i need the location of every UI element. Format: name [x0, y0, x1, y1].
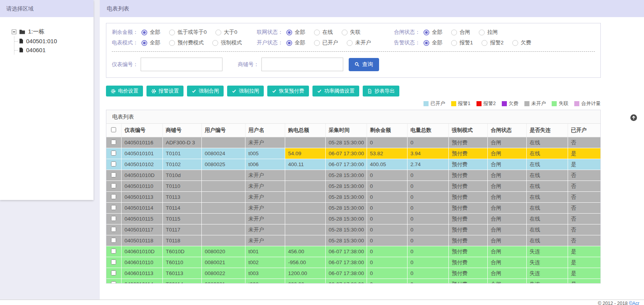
footer-vendor-link[interactable]: ©Acr: [629, 301, 639, 305]
table-cell: 05-28 15:30:00: [325, 203, 367, 214]
table-row[interactable]: 0405010117T0117未开户05-28 15:30:0000预付费合闸在…: [106, 224, 600, 235]
radio-option[interactable]: 欠费: [512, 39, 531, 46]
back-to-top-button[interactable]: [630, 114, 637, 121]
row-checkbox[interactable]: [111, 270, 116, 275]
radio-option[interactable]: 报警2: [482, 39, 504, 46]
table-row[interactable]: 0405010118T0118未开户05-28 15:30:0000预付费合闸在…: [106, 235, 600, 246]
tree-node[interactable]: 040501:010: [14, 37, 94, 46]
legend-color-swatch: [502, 101, 507, 106]
row-checkbox[interactable]: [111, 172, 116, 177]
radio-icon[interactable]: [423, 40, 429, 46]
radio-option[interactable]: 全部: [286, 39, 305, 46]
tree-node[interactable]: 040601: [14, 46, 94, 54]
radio-icon[interactable]: [286, 30, 292, 35]
shop-no-input[interactable]: [261, 58, 343, 71]
column-header: 采集时间: [325, 124, 367, 137]
radio-option[interactable]: 预付费模式: [169, 39, 204, 46]
radio-icon[interactable]: [215, 30, 221, 35]
radio-icon[interactable]: [347, 40, 353, 46]
radio-icon[interactable]: [212, 40, 218, 46]
action-button-功率阈值设置[interactable]: 功率阈值设置: [312, 86, 359, 96]
action-button-强制拉闸[interactable]: 强制拉闸: [227, 86, 264, 96]
radio-icon[interactable]: [314, 30, 320, 35]
meter-table: 仪表编号商铺号用户编号用户名购电总额采集时间剩余金额电量总数强制模式合闸状态是否…: [106, 124, 601, 284]
table-cell: t001: [245, 246, 285, 257]
radio-option[interactable]: 全部: [423, 39, 443, 46]
table-row[interactable]: 0406010114T601140080021t002600.0006-07 1…: [106, 279, 600, 284]
table-row[interactable]: 0405010114T0114未开户05-28 15:30:0000预付费合闸在…: [106, 203, 600, 214]
radio-icon[interactable]: [479, 30, 485, 35]
table-cell: 0: [407, 279, 448, 284]
radio-option[interactable]: 全部: [423, 29, 443, 36]
radio-option[interactable]: 报警1: [451, 39, 473, 46]
radio-icon[interactable]: [512, 40, 518, 46]
row-checkbox[interactable]: [111, 249, 116, 254]
action-button-电价设置[interactable]: 电价设置: [106, 86, 143, 96]
radio-icon[interactable]: [169, 30, 175, 35]
radio-option[interactable]: 全部: [141, 29, 161, 36]
radio-icon[interactable]: [169, 40, 175, 46]
table-cell: 未开户: [245, 170, 285, 181]
radio-icon[interactable]: [423, 30, 429, 35]
row-checkbox[interactable]: [111, 161, 116, 167]
select-all-checkbox[interactable]: [111, 127, 116, 132]
row-checkbox[interactable]: [111, 216, 116, 221]
radio-icon[interactable]: [342, 30, 348, 35]
radio-option[interactable]: 全部: [286, 29, 305, 36]
radio-option[interactable]: 在线: [314, 29, 333, 36]
table-row[interactable]: 0405010115T0115未开户05-28 15:30:0000预付费合闸在…: [106, 214, 600, 224]
row-checkbox[interactable]: [111, 205, 116, 210]
row-checkbox[interactable]: [111, 194, 116, 199]
tree-collapse-icon[interactable]: [12, 30, 16, 34]
table-row[interactable]: 040501010DT010d未开户05-28 15:30:0000预付费合闸在…: [106, 170, 600, 181]
table-row[interactable]: 0405010116ADF300-D 3未开户05-28 15:30:0000预…: [106, 137, 600, 148]
table-row[interactable]: 0405010113T0113未开户05-28 15:30:0000预付费合闸在…: [106, 192, 600, 203]
radio-option[interactable]: 强制模式: [212, 39, 242, 46]
table-cell: 合闸: [487, 159, 526, 170]
row-checkbox[interactable]: [111, 259, 116, 265]
page-title: 电表列表: [100, 0, 644, 17]
radio-icon[interactable]: [141, 40, 147, 46]
table-row[interactable]: 0405010110T0110未开户05-28 15:30:0000预付费合闸在…: [106, 181, 600, 192]
radio-option[interactable]: 未开户: [347, 39, 371, 46]
radio-option[interactable]: 大于0: [215, 29, 238, 36]
action-button-抄表导出[interactable]: 抄表导出: [363, 86, 399, 96]
radio-icon[interactable]: [314, 40, 320, 46]
table-row[interactable]: 0406010113T601130080022t0031200.0006-07 …: [106, 268, 600, 279]
table-row[interactable]: 0405010101T01010080024t00554.0906-07 17:…: [106, 148, 600, 159]
column-header: 电量总数: [407, 124, 448, 137]
row-checkbox[interactable]: [111, 151, 116, 156]
row-checkbox[interactable]: [111, 227, 116, 232]
radio-option[interactable]: 合闸: [451, 29, 470, 36]
row-checkbox[interactable]: [111, 183, 116, 188]
radio-icon[interactable]: [482, 40, 487, 46]
radio-icon[interactable]: [141, 30, 147, 35]
radio-option[interactable]: 全部: [141, 39, 161, 46]
radio-option[interactable]: 已开户: [314, 39, 339, 46]
row-checkbox[interactable]: [111, 140, 116, 145]
radio-option[interactable]: 拉闸: [479, 29, 498, 36]
action-button-强制合闸[interactable]: 强制合闸: [187, 86, 224, 96]
table-cell: [201, 181, 245, 192]
action-button-恢复预付费[interactable]: 恢复预付费: [267, 86, 309, 96]
radio-icon[interactable]: [451, 40, 457, 46]
radio-option[interactable]: 低于或等于0: [169, 29, 207, 36]
action-button-报警设置[interactable]: 报警设置: [146, 86, 183, 96]
table-row[interactable]: 0405010102T01020080025t006400.1106-07 17…: [106, 159, 600, 170]
filter-row-1: 剩余金额：全部低于或等于0大于0联网状态：全部在线失联合闸状态：全部合闸拉闸: [112, 29, 595, 36]
radio-icon[interactable]: [451, 30, 457, 35]
table-row[interactable]: 040601010DT6010D0080020t001456.0006-07 1…: [106, 246, 600, 257]
tree-root-node[interactable]: 1:一栋: [12, 28, 94, 35]
row-checkbox[interactable]: [111, 238, 116, 243]
legend-item: 报警1: [451, 100, 471, 107]
search-button[interactable]: 查询: [349, 58, 379, 71]
table-cell: 失连: [526, 279, 568, 284]
meter-no-input[interactable]: [141, 58, 222, 71]
radio-option[interactable]: 失联: [342, 29, 361, 36]
table-cell: 0080020: [201, 246, 245, 257]
column-header: 商铺号: [162, 124, 201, 137]
table-row[interactable]: 0406010110T601100080021t002-956.0006-07 …: [106, 257, 600, 268]
table-cell: 合闸: [487, 137, 526, 148]
radio-icon[interactable]: [286, 40, 292, 46]
row-checkbox[interactable]: [111, 281, 116, 284]
